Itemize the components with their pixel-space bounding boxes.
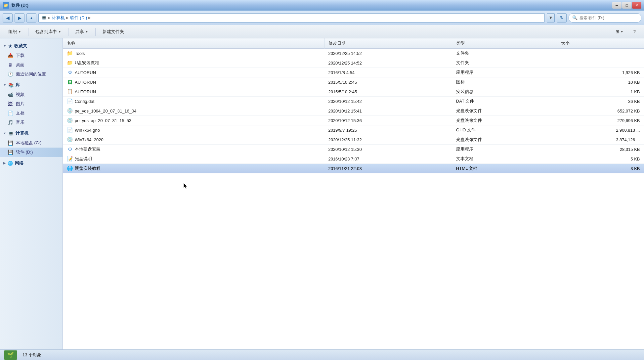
maximize-button[interactable]: □ [622,2,631,9]
help-button[interactable]: ? [629,26,640,37]
refresh-button[interactable]: ↻ [557,13,567,22]
file-name-cell[interactable]: 📁 Tools [63,49,324,58]
search-icon: 🔍 [572,15,578,20]
file-name-cell[interactable]: ⚙ AUTORUN [63,68,324,77]
table-row[interactable]: 🌐 硬盘安装教程 2016/11/21 22:03 HTML 文档 3 KB [63,164,644,173]
file-icon: ⚙ [67,146,73,152]
column-size[interactable]: 大小 [557,38,644,49]
table-row[interactable]: 🖼 AUTORUN 2015/5/10 2:45 图标 10 KB [63,77,644,87]
organize-arrow: ▼ [18,30,21,33]
table-body: 📁 Tools 2020/12/25 14:52 文件夹 📁 U盘安装教程 20… [63,49,644,173]
files-table: 名称 修改日期 类型 大小 📁 Tools 2020/12/25 14:52 文… [63,38,644,173]
table-row[interactable]: 📁 Tools 2020/12/25 14:52 文件夹 [63,49,644,58]
column-name[interactable]: 名称 [63,38,324,49]
table-row[interactable]: 💿 pe_yqs_xp_20_07_31_15_53 2020/10/12 15… [63,116,644,125]
table-row[interactable]: 💿 Win7x64_2020 2020/12/25 11:32 光盘映像文件 3… [63,135,644,145]
file-name-cell[interactable]: 📋 AUTORUN [63,87,324,97]
drive-d-label: 软件 (D:) [16,149,33,155]
organize-button[interactable]: 组织 ▼ [4,26,25,37]
file-name-cell[interactable]: 📄 Win7x64.gho [63,125,324,135]
file-icon: 📄 [67,98,73,104]
separator-1 [28,28,28,36]
file-name-cell[interactable]: 📄 Config.dat [63,97,324,106]
new-folder-button[interactable]: 新建文件夹 [98,26,128,37]
add-to-lib-label: 包含到库中 [35,29,57,35]
column-type[interactable]: 类型 [452,38,557,49]
sidebar-header-favorites[interactable]: ▼ ★ 收藏夹 [0,41,63,51]
table-row[interactable]: 📁 U盘安装教程 2020/12/25 14:52 文件夹 [63,58,644,68]
title-bar: 📁 软件 (D:) ─ □ ✕ [0,0,644,11]
table-row[interactable]: ⚙ 本地硬盘安装 2020/10/12 15:30 应用程序 28,315 KB [63,145,644,154]
sidebar-item-recent[interactable]: 🕐 最近访问的位置 [0,69,63,79]
file-name-cell[interactable]: 💿 pe_yqs_1064_20_07_31_16_04 [63,106,324,116]
computer-icon: 💻 [8,131,14,136]
table-row[interactable]: 📄 Config.dat 2020/10/12 15:42 DAT 文件 36 … [63,97,644,106]
file-size: 652,072 KB [557,106,644,116]
share-button[interactable]: 共享 ▼ [71,26,93,37]
sidebar-header-library[interactable]: ▼ 📚 库 [0,80,63,90]
close-button[interactable]: ✕ [632,2,641,9]
video-label: 视频 [16,92,24,98]
file-icon: 📝 [67,156,73,162]
up-button[interactable]: ▲ [26,13,36,22]
add-to-lib-button[interactable]: 包含到库中 ▼ [31,26,65,37]
file-type: GHO 文件 [452,125,557,135]
file-name: Win7x64.gho [75,128,100,133]
file-name-cell[interactable]: ⚙ 本地硬盘安装 [63,145,324,154]
sidebar: ▼ ★ 收藏夹 📥 下载 🖥 桌面 🕐 最近访问的位置 ▼ 📚 库 [0,38,63,349]
sidebar-item-image[interactable]: 🖼 图片 [0,99,63,109]
sidebar-header-network[interactable]: ▶ 🌐 网络 [0,158,63,168]
file-name-cell[interactable]: 🌐 硬盘安装教程 [63,164,324,173]
sidebar-item-music[interactable]: 🎵 音乐 [0,118,63,127]
minimize-button[interactable]: ─ [612,2,622,9]
file-size: 3 KB [557,164,644,173]
table-header: 名称 修改日期 类型 大小 [63,38,644,49]
file-icon: 💿 [67,137,73,143]
path-arrow-3: ▶ [88,16,91,20]
file-name-cell[interactable]: 🖼 AUTORUN [63,77,324,87]
address-dropdown[interactable]: ▼ [547,13,555,22]
status-icon: 🌱 [4,350,17,360]
desktop-icon: 🖥 [7,62,13,68]
table-row[interactable]: ⚙ AUTORUN 2016/1/8 4:54 应用程序 1,926 KB [63,68,644,77]
file-size [557,49,644,58]
file-name-cell[interactable]: 📁 U盘安装教程 [63,58,324,68]
download-icon: 📥 [7,53,13,59]
drive-d-icon: 💾 [7,149,13,155]
sidebar-item-video[interactable]: 📹 视频 [0,90,63,99]
search-input[interactable] [580,16,638,20]
sidebar-item-drive-c[interactable]: 💾 本地磁盘 (C:) [0,138,63,148]
file-modified: 2020/10/12 15:36 [324,116,452,125]
path-computer[interactable]: 计算机 [52,15,65,21]
image-label: 图片 [16,101,24,107]
file-name-cell[interactable]: 💿 Win7x64_2020 [63,135,324,145]
file-name: Config.dat [75,99,94,104]
file-name-cell[interactable]: 📝 光盘说明 [63,154,324,164]
sidebar-item-desktop[interactable]: 🖥 桌面 [0,60,63,69]
back-button[interactable]: ◀ [3,13,13,22]
sidebar-item-drive-d[interactable]: 💾 软件 (D:) [0,148,63,157]
column-modified[interactable]: 修改日期 [324,38,452,49]
file-area: 名称 修改日期 类型 大小 📁 Tools 2020/12/25 14:52 文… [63,38,644,349]
table-row[interactable]: 💿 pe_yqs_1064_20_07_31_16_04 2020/10/12 … [63,106,644,116]
music-icon: 🎵 [7,119,13,125]
file-name-cell[interactable]: 💿 pe_yqs_xp_20_07_31_15_53 [63,116,324,125]
search-box[interactable]: 🔍 [569,13,641,22]
sidebar-item-download[interactable]: 📥 下载 [0,51,63,60]
file-name: pe_yqs_1064_20_07_31_16_04 [75,109,137,113]
sidebar-section-library: ▼ 📚 库 📹 视频 🖼 图片 📄 文档 🎵 音乐 [0,80,63,127]
path-drive[interactable]: 软件 (D:) [70,15,87,21]
file-type: HTML 文档 [452,164,557,173]
address-path[interactable]: 💻 ▶ 计算机 ▶ 软件 (D:) ▶ [38,13,545,22]
sidebar-header-computer[interactable]: ▼ 💻 计算机 [0,128,63,138]
forward-button[interactable]: ▶ [15,13,24,22]
sidebar-item-document[interactable]: 📄 文档 [0,109,63,118]
table-row[interactable]: 📋 AUTORUN 2015/5/10 2:45 安装信息 1 KB [63,87,644,97]
title-text: 软件 (D:) [11,2,28,8]
table-row[interactable]: 📝 光盘说明 2016/10/23 7:07 文本文档 5 KB [63,154,644,164]
path-arrow-2: ▶ [66,16,69,20]
view-button[interactable]: ⊞ ▼ [611,26,628,37]
network-fold-arrow: ▶ [3,161,6,165]
file-type: DAT 文件 [452,97,557,106]
table-row[interactable]: 📄 Win7x64.gho 2019/9/7 19:25 GHO 文件 2,90… [63,125,644,135]
